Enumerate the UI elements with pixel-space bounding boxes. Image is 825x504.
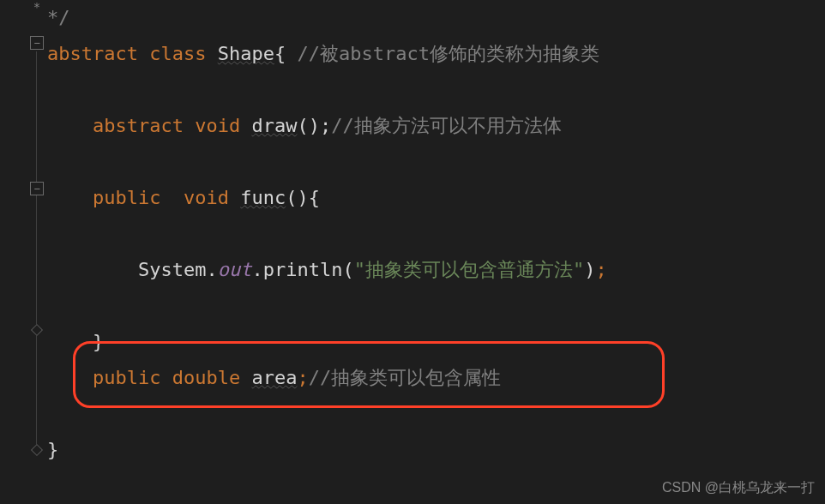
watermark: CSDN @白桃乌龙来一打 — [662, 479, 815, 497]
paren-close: ) — [584, 252, 595, 288]
code-line-blank — [47, 396, 825, 432]
parens: (); — [297, 108, 331, 144]
method-name: draw — [251, 108, 297, 144]
class-name: Shape — [218, 36, 274, 72]
comment: //被abstract修饰的类称为抽象类 — [297, 36, 599, 72]
keyword-abstract: abstract — [93, 108, 184, 144]
out-field: out — [218, 252, 252, 288]
parens-brace: (){ — [286, 180, 320, 216]
keyword-double: double — [172, 360, 240, 396]
keyword-void: void — [184, 180, 229, 216]
keyword-abstract: abstract — [47, 36, 138, 72]
fold-marker-method[interactable]: − — [30, 182, 44, 195]
println-call: println — [263, 252, 343, 288]
fold-marker-end2[interactable] — [31, 444, 43, 456]
code-line-blank — [47, 72, 825, 108]
code-line: abstract class Shape{ //被abstract修饰的类称为抽… — [47, 36, 825, 72]
semicolon: ; — [297, 360, 308, 396]
code-line: } — [47, 324, 825, 360]
code-line-blank — [47, 216, 825, 252]
code-line: */ — [47, 0, 825, 36]
brace-close: } — [47, 432, 58, 468]
fold-marker-class[interactable]: − — [30, 36, 44, 50]
method-name: func — [240, 180, 286, 216]
comment-end: */ — [47, 0, 70, 36]
comment: //抽象类可以包含属性 — [309, 360, 502, 396]
code-line: System.out.println("抽象类可以包含普通方法"); — [47, 252, 825, 288]
paren-open: ( — [342, 252, 353, 288]
code-editor: * − − */ abstract class Shape{ //被abstra… — [0, 0, 825, 504]
keyword-void: void — [195, 108, 240, 144]
code-line: } — [47, 432, 825, 468]
field-name: area — [251, 360, 297, 396]
code-area[interactable]: */ abstract class Shape{ //被abstract修饰的类… — [47, 0, 825, 504]
comment: //抽象方法可以不用方法体 — [331, 108, 562, 144]
code-line: public void func(){ — [47, 180, 825, 216]
fold-marker-end1[interactable] — [31, 324, 43, 336]
brace-close: } — [93, 324, 104, 360]
semicolon: ; — [595, 252, 606, 288]
gutter: * − − — [0, 0, 47, 504]
code-line: abstract void draw();//抽象方法可以不用方法体 — [47, 108, 825, 144]
code-line: public double area;//抽象类可以包含属性 — [47, 360, 825, 396]
string-literal: "抽象类可以包含普通方法" — [354, 252, 585, 288]
system-obj: System — [138, 252, 206, 288]
code-line-blank — [47, 144, 825, 180]
keyword-public: public — [93, 360, 160, 396]
keyword-public: public — [93, 180, 160, 216]
keyword-class: class — [149, 36, 206, 72]
brace-open: { — [274, 36, 286, 72]
fold-marker-star[interactable]: * — [30, 0, 44, 14]
code-line-blank — [47, 288, 825, 324]
dot: . — [251, 252, 262, 288]
dot: . — [206, 252, 217, 288]
